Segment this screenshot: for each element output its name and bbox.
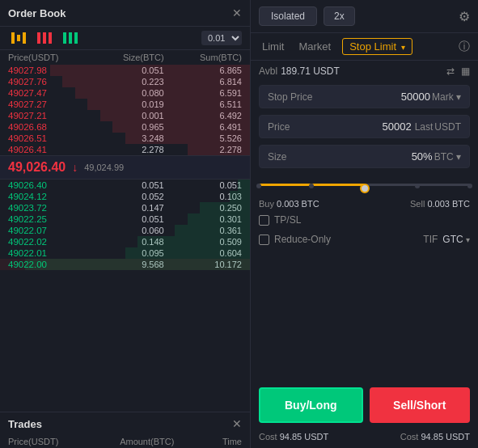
settings-icon[interactable]: ⚙ [459, 9, 470, 24]
bid-row[interactable]: 49022.00 9.568 10.172 [0, 259, 250, 270]
slider-dot-0 [256, 184, 261, 188]
trades-header: Trades ✕ [0, 412, 250, 435]
trades-section: Trades ✕ Price(USDT) Amount(BTC) Time [0, 412, 250, 448]
calculator-icon[interactable]: ▦ [461, 66, 470, 77]
trades-col-time: Time [193, 437, 242, 446]
reduce-only-label: Reduce-Only [274, 234, 331, 245]
size-slider[interactable] [259, 178, 470, 191]
bid-row[interactable]: 49024.12 0.052 0.103 [0, 191, 250, 202]
ask-row[interactable]: 49027.27 0.019 6.511 [0, 99, 250, 110]
bid-row[interactable]: 49026.40 0.051 0.051 [0, 180, 250, 191]
avbl-label: Avbl [259, 66, 277, 77]
current-price-row: 49,026.40 ↓ 49,024.99 [0, 155, 250, 180]
size-label: Size [268, 151, 412, 163]
slider-dot-75 [415, 184, 420, 188]
action-buttons: Buy/Long Sell/Short [251, 381, 478, 429]
ask-row[interactable]: 49026.41 2.278 2.278 [0, 144, 250, 155]
precision-select[interactable]: 0.01 [201, 31, 242, 45]
price-value[interactable]: 50002 [382, 120, 411, 133]
tab-limit[interactable]: Limit [259, 38, 287, 55]
top-controls: Isolated 2x ⚙ [251, 0, 478, 33]
size-row[interactable]: Size 50% BTC ▾ [259, 145, 470, 168]
sell-cost-label: Cost 94.85 USDT [400, 432, 470, 442]
stop-price-unit-dropdown[interactable]: Mark ▾ [432, 91, 461, 103]
sell-label: Sell 0.003 BTC [410, 199, 470, 209]
current-price-sub: 49,024.99 [84, 163, 124, 172]
col-size-header: Size(BTC) [86, 53, 163, 62]
avbl-action-icons: ⇄ ▦ [446, 66, 470, 77]
transfer-icon[interactable]: ⇄ [446, 66, 455, 77]
info-icon[interactable]: ⓘ [459, 40, 470, 54]
trades-title: Trades [8, 418, 42, 430]
ask-row[interactable]: 49027.47 0.080 6.591 [0, 87, 250, 99]
buy-cost-label: Cost 94.85 USDT [259, 432, 328, 442]
buy-sell-info: Buy 0.003 BTC Sell 0.003 BTC [251, 197, 478, 210]
orderbook-column-headers: Price(USDT) Size(BTC) Sum(BTC) [0, 50, 250, 65]
col-price-header: Price(USDT) [8, 53, 86, 62]
stop-price-label: Stop Price [268, 91, 401, 103]
view-bids-icon[interactable] [60, 31, 81, 45]
tab-market[interactable]: Market [295, 38, 334, 55]
sell-short-button[interactable]: Sell/Short [370, 387, 471, 423]
ask-row[interactable]: 49027.98 0.051 6.865 [0, 65, 250, 76]
tpsl-row: TP/SL [251, 210, 478, 230]
stop-price-value[interactable]: 50000 [401, 91, 430, 103]
current-price: 49,026.40 [8, 160, 66, 175]
price-unit: Last [415, 121, 434, 133]
price-down-arrow-icon: ↓ [72, 161, 78, 174]
size-slider-container [251, 171, 478, 197]
price-currency-dropdown[interactable]: USDT [434, 121, 461, 133]
slider-dot-25 [309, 184, 314, 188]
slider-track [259, 184, 470, 186]
price-row[interactable]: Price 50002 Last USDT [259, 115, 470, 138]
trades-close-icon[interactable]: ✕ [232, 417, 242, 430]
asks-list: 49027.98 0.051 6.865 49027.76 0.223 6.81… [0, 65, 250, 155]
stop-price-row[interactable]: Stop Price 50000 Mark ▾ [259, 85, 470, 108]
bid-row[interactable]: 49022.02 0.148 0.509 [0, 236, 250, 247]
trades-col-price: Price(USDT) [8, 437, 101, 446]
trades-col-amount: Amount(BTC) [101, 437, 194, 446]
tab-stop-limit[interactable]: Stop Limit ▾ [342, 38, 412, 55]
close-icon[interactable]: ✕ [232, 6, 242, 19]
view-asks-icon[interactable] [34, 31, 55, 45]
reduce-only-checkbox[interactable] [259, 235, 269, 245]
orderbook-controls: 0.01 [0, 27, 250, 50]
price-label: Price [268, 121, 382, 133]
bid-row[interactable]: 49022.01 0.095 0.604 [0, 247, 250, 259]
avbl-value: 189.71 USDT [281, 66, 340, 77]
col-sum-header: Sum(BTC) [164, 53, 242, 62]
tif-label: TIF [423, 234, 438, 245]
size-unit-dropdown[interactable]: BTC ▾ [434, 151, 461, 163]
order-book-title: Order Book [8, 7, 66, 19]
order-form-panel: Isolated 2x ⚙ Limit Market Stop Limit ▾ … [251, 0, 478, 448]
slider-thumb[interactable] [360, 184, 370, 193]
tpsl-label: TP/SL [274, 214, 301, 226]
order-book-header: Order Book ✕ [0, 0, 250, 27]
bid-row[interactable]: 49023.72 0.147 0.250 [0, 202, 250, 213]
tpsl-checkbox[interactable] [259, 215, 269, 226]
cost-row: Cost 94.85 USDT Cost 94.85 USDT [251, 429, 478, 448]
buy-label: Buy 0.003 BTC [259, 199, 319, 209]
view-both-icon[interactable] [8, 31, 29, 45]
bid-row[interactable]: 49022.25 0.051 0.301 [0, 213, 250, 225]
bids-list: 49026.40 0.051 0.051 49024.12 0.052 0.10… [0, 180, 250, 270]
size-value[interactable]: 50% [412, 150, 433, 163]
ask-row[interactable]: 49027.21 0.001 6.492 [0, 110, 250, 121]
order-book-panel: Order Book ✕ 0.01 Price(USDT) Size(BTC) … [0, 0, 251, 448]
trades-column-headers: Price(USDT) Amount(BTC) Time [0, 435, 250, 448]
ask-row[interactable]: 49026.51 3.248 5.526 [0, 133, 250, 144]
tab-dropdown-arrow-icon: ▾ [401, 43, 405, 52]
ask-row[interactable]: 49026.68 0.965 6.491 [0, 121, 250, 133]
available-balance-row: Avbl 189.71 USDT ⇄ ▦ [251, 61, 478, 82]
slider-dot-100 [467, 184, 472, 188]
reduce-tif-row: Reduce-Only TIF GTC ▾ [251, 230, 478, 249]
tif-value[interactable]: GTC ▾ [442, 234, 470, 245]
margin-mode-button[interactable]: Isolated [259, 6, 317, 26]
tif-arrow-icon: ▾ [466, 235, 470, 244]
bid-row[interactable]: 49022.07 0.060 0.361 [0, 225, 250, 236]
order-type-tabs: Limit Market Stop Limit ▾ ⓘ [251, 33, 478, 61]
buy-long-button[interactable]: Buy/Long [259, 387, 363, 423]
leverage-button[interactable]: 2x [324, 6, 355, 26]
ask-row[interactable]: 49027.76 0.223 6.814 [0, 76, 250, 87]
